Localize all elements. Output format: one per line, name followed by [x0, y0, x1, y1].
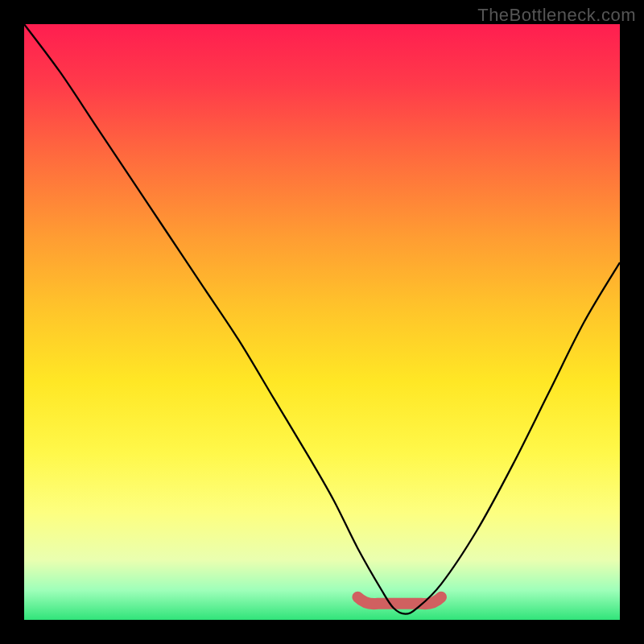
chart-frame: TheBottleneck.com — [0, 0, 644, 644]
bottleneck-curve — [24, 24, 620, 614]
watermark-text: TheBottleneck.com — [477, 5, 636, 26]
plot-area — [24, 24, 620, 620]
chart-svg — [24, 24, 620, 620]
